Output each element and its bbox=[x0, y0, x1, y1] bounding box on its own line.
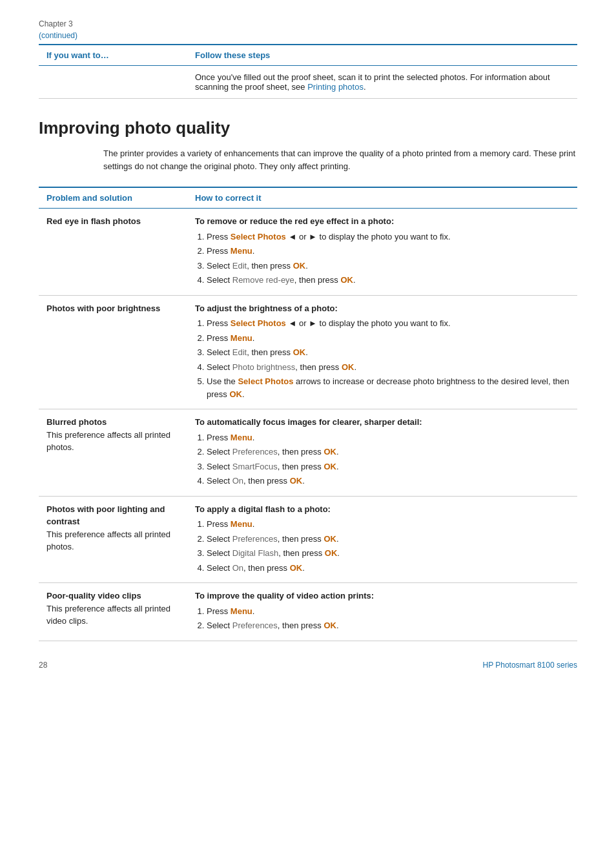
table-row: Red eye in flash photos To remove or red… bbox=[39, 209, 577, 296]
list-item: Select Preferences, then press OK. bbox=[207, 533, 570, 546]
list-item: Press Select Photos ◄ or ► to display th… bbox=[207, 317, 570, 330]
solution-video: To improve the quality of video action p… bbox=[187, 583, 577, 641]
section-title: Improving photo quality bbox=[39, 118, 577, 138]
list-item: Select Photo brightness, then press OK. bbox=[207, 361, 570, 374]
problem-label: Photos with poor brightness bbox=[46, 303, 160, 313]
list-item: Select On, then press OK. bbox=[207, 475, 570, 488]
list-item: Select Edit, then press OK. bbox=[207, 260, 570, 272]
table-row: Photos with poor brightness To adjust th… bbox=[39, 295, 577, 409]
table-row: Photos with poor lighting and contrast T… bbox=[39, 496, 577, 583]
problem-blurred: Blurred photos This preference affects a… bbox=[39, 409, 187, 497]
footer: 28 HP Photosmart 8100 series bbox=[39, 661, 577, 670]
problem-lighting: Photos with poor lighting and contrast T… bbox=[39, 496, 187, 583]
list-item: Press Select Photos ◄ or ► to display th… bbox=[207, 231, 570, 243]
problem-label: Blurred photos bbox=[46, 417, 107, 427]
chapter-label: Chapter 3 bbox=[39, 19, 577, 28]
problem-red-eye: Red eye in flash photos bbox=[39, 209, 187, 296]
solution-blurred: To automatically focus images for cleare… bbox=[187, 409, 577, 497]
page-number: 28 bbox=[39, 661, 47, 670]
top-table-row1-col2: Once you've filled out the proof sheet, … bbox=[187, 66, 577, 99]
solution-lighting: To apply a digital flash to a photo: Pre… bbox=[187, 496, 577, 583]
main-table-col1-header: Problem and solution bbox=[39, 187, 187, 209]
list-item: Select SmartFocus, then press OK. bbox=[207, 460, 570, 473]
problem-sub: This preference affects all printed phot… bbox=[46, 528, 180, 553]
list-item: Press Menu. bbox=[207, 245, 570, 258]
top-table-row1-col1 bbox=[39, 66, 187, 99]
table-row: Blurred photos This preference affects a… bbox=[39, 409, 577, 497]
list-item: Use the Select Photos arrows to increase… bbox=[207, 375, 570, 400]
main-table-col2-header: How to correct it bbox=[187, 187, 577, 209]
problem-label: Photos with poor lighting and contrast bbox=[46, 504, 165, 527]
list-item: Press Menu. bbox=[207, 605, 570, 618]
main-table: Problem and solution How to correct it R… bbox=[39, 187, 577, 641]
problem-brightness: Photos with poor brightness bbox=[39, 295, 187, 409]
list-item: Select Edit, then press OK. bbox=[207, 346, 570, 359]
continued-label: (continued) bbox=[39, 31, 577, 40]
list-item: Select On, then press OK. bbox=[207, 562, 570, 575]
problem-label: Red eye in flash photos bbox=[46, 216, 141, 226]
solution-title: To improve the quality of video action p… bbox=[195, 590, 570, 602]
solution-title: To remove or reduce the red eye effect i… bbox=[195, 215, 570, 228]
list-item: Select Preferences, then press OK. bbox=[207, 619, 570, 632]
solution-brightness: To adjust the brightness of a photo: Pre… bbox=[187, 295, 577, 409]
problem-video: Poor-quality video clips This preference… bbox=[39, 583, 187, 641]
problem-label: Poor-quality video clips bbox=[46, 591, 141, 601]
table-row: Poor-quality video clips This preference… bbox=[39, 583, 577, 641]
section-intro: The printer provides a variety of enhanc… bbox=[103, 147, 577, 172]
problem-sub: This preference affects all printed phot… bbox=[46, 429, 180, 454]
list-item: Select Digital Flash, then press OK. bbox=[207, 547, 570, 560]
top-table-col2-header: Follow these steps bbox=[187, 45, 577, 66]
solution-title: To adjust the brightness of a photo: bbox=[195, 302, 570, 315]
solution-red-eye: To remove or reduce the red eye effect i… bbox=[187, 209, 577, 296]
list-item: Select Preferences, then press OK. bbox=[207, 446, 570, 458]
printing-photos-link[interactable]: Printing photos bbox=[307, 82, 364, 92]
solution-title: To apply a digital flash to a photo: bbox=[195, 503, 570, 516]
list-item: Select Remove red-eye, then press OK. bbox=[207, 274, 570, 287]
continuation-table: If you want to… Follow these steps Once … bbox=[39, 44, 577, 99]
top-table-col1-header: If you want to… bbox=[39, 45, 187, 66]
table-row: Once you've filled out the proof sheet, … bbox=[39, 66, 577, 99]
list-item: Press Menu. bbox=[207, 518, 570, 531]
solution-title: To automatically focus images for cleare… bbox=[195, 416, 570, 429]
product-name: HP Photosmart 8100 series bbox=[482, 661, 577, 670]
problem-sub: This preference affects all printed vide… bbox=[46, 602, 180, 628]
list-item: Press Menu. bbox=[207, 332, 570, 345]
list-item: Press Menu. bbox=[207, 431, 570, 444]
